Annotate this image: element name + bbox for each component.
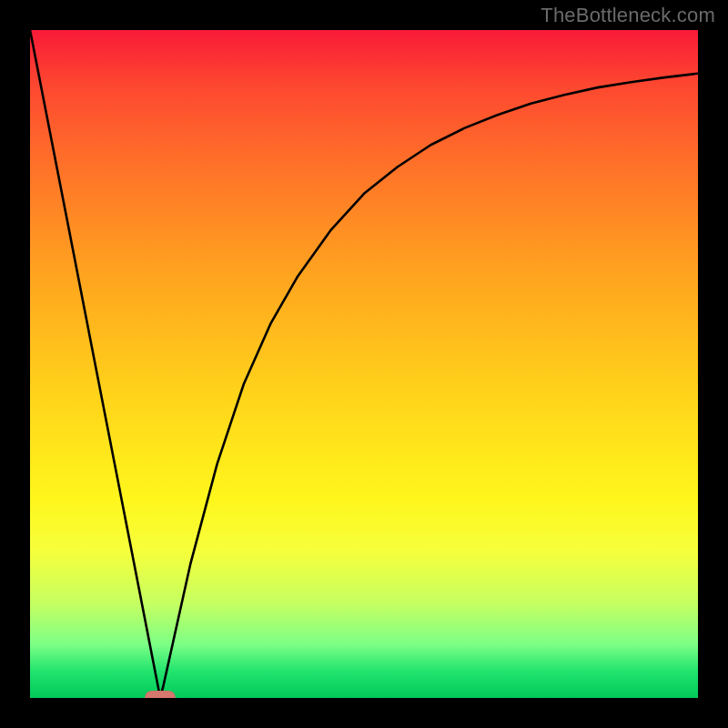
chart-frame: TheBottleneck.com (0, 0, 728, 728)
curve-svg (30, 30, 698, 698)
bottleneck-curve (30, 30, 698, 698)
watermark-text: TheBottleneck.com (541, 4, 715, 27)
plot-area (30, 30, 698, 698)
optimal-point-marker (145, 691, 176, 698)
